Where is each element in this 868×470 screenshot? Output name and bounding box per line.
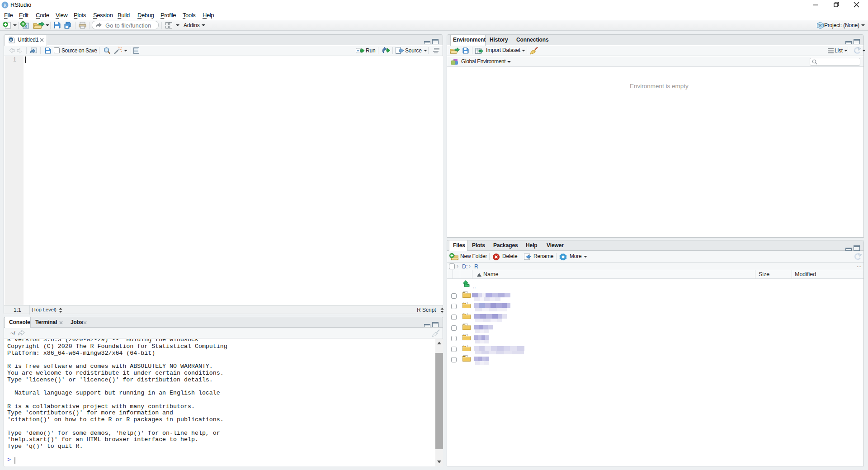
svg-text:R: R — [4, 3, 7, 8]
svg-text:R: R — [819, 24, 822, 28]
svg-text:R: R — [10, 38, 12, 42]
